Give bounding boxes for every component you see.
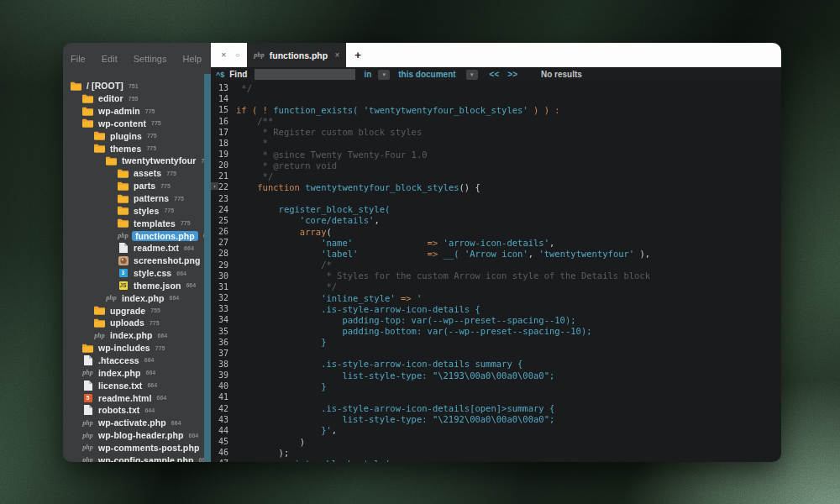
close-tab-icon[interactable]: × xyxy=(334,50,339,60)
tree-item-wp-content[interactable]: wp-content775 xyxy=(63,118,211,130)
editor-pane: × ○ php functions.php × + ^$ Find in ▼ t… xyxy=(211,43,781,462)
file-name: parts xyxy=(134,181,155,191)
line-content: if ( ! function_exists( 'twentytwentyfou… xyxy=(236,105,560,115)
folder-icon xyxy=(106,156,117,165)
file-name: wp-comments-post.php xyxy=(98,443,199,453)
menu-item-settings[interactable]: Settings xyxy=(134,54,167,70)
folder-icon xyxy=(71,81,81,91)
regex-toggle[interactable]: ^$ xyxy=(216,71,224,79)
tree-item-themes[interactable]: themes775 xyxy=(63,142,211,155)
code-line-27: 27 'name' => 'arrow-icon-details', xyxy=(211,237,781,248)
line-number: 26 xyxy=(211,227,236,236)
line-number: 32 xyxy=(211,293,236,302)
line-content: padding-bottom: var(--wp--preset--spacin… xyxy=(236,326,592,336)
tree-item-readme.txt[interactable]: readme.txt664 xyxy=(63,242,211,255)
code-editor[interactable]: 13 */1415if ( ! function_exists( 'twenty… xyxy=(211,81,781,462)
line-content: * Register custom block styles xyxy=(236,127,422,137)
code-lines: 13 */1415if ( ! function_exists( 'twenty… xyxy=(211,82,781,462)
code-line-46: 46 ); xyxy=(211,447,781,458)
tree-item-wp-comments-post.php[interactable]: phpwp-comments-post.php664 xyxy=(63,441,211,454)
file-permissions: 664 xyxy=(169,295,179,301)
tree-item-robots.txt[interactable]: robots.txt644 xyxy=(63,404,211,417)
line-content: */ xyxy=(236,171,273,181)
tree-item-plugins[interactable]: plugins775 xyxy=(63,129,211,142)
tree-item-twentytwentyfour[interactable]: twentytwentyfour775 xyxy=(63,155,211,167)
line-number: 47 xyxy=(211,459,236,462)
file-permissions: 775 xyxy=(174,196,184,202)
menu-item-file[interactable]: File xyxy=(71,54,86,70)
tab-functions-php[interactable]: php functions.php × xyxy=(247,43,346,67)
find-input[interactable] xyxy=(255,69,355,80)
tree-item-styles[interactable]: styles775 xyxy=(63,204,211,217)
file-permissions: 755 xyxy=(150,307,160,313)
tree-item-wp-includes[interactable]: wp-includes775 xyxy=(63,342,211,354)
code-line-36: 36 } xyxy=(211,337,781,348)
tree-item-screenshot.png[interactable]: screenshot.png664 xyxy=(63,255,211,267)
folder-icon xyxy=(94,131,105,140)
file-name: wp-activate.php xyxy=(98,417,166,428)
line-number: 18 xyxy=(211,139,236,148)
find-options-dropdown-icon[interactable]: ▼ xyxy=(466,70,478,80)
line-number: 35 xyxy=(211,327,236,336)
file-name: editor xyxy=(98,93,123,103)
code-line-44: 44 }', xyxy=(211,425,781,436)
tree-item-patterns[interactable]: patterns775 xyxy=(63,192,211,205)
file-name: theme.json xyxy=(134,281,181,291)
tree-item-functions.php[interactable]: phpfunctions.php664 xyxy=(63,229,211,242)
css-icon: 3 xyxy=(119,269,128,277)
folder-icon xyxy=(118,218,129,228)
find-scope-value[interactable]: this document xyxy=(398,70,455,79)
new-tab-button[interactable]: + xyxy=(354,49,361,61)
tree-item-.htaccess[interactable]: .htaccess664 xyxy=(63,354,211,367)
file-name: robots.txt xyxy=(98,405,139,415)
fold-marker-icon[interactable]: ▾ xyxy=(211,182,218,190)
tree-item-templates[interactable]: templates775 xyxy=(63,217,211,229)
file-permissions: 775 xyxy=(145,108,155,114)
php-icon: php xyxy=(82,419,92,427)
line-content: ); xyxy=(236,448,289,458)
sidebar-scrollbar[interactable] xyxy=(204,74,211,462)
code-line-39: 39 list-style-type: "\2193\00a0\00a0\00a… xyxy=(211,370,781,381)
menu-item-help[interactable]: Help xyxy=(182,54,202,70)
line-content: 'label' => __( 'Arrow icon', 'twentytwen… xyxy=(236,249,650,259)
file-name: / [ROOT] xyxy=(87,81,123,91)
menu-item-edit[interactable]: Edit xyxy=(102,54,118,70)
close-all-tabs-icon[interactable]: × xyxy=(221,50,226,60)
code-line-14: 14 xyxy=(211,93,781,104)
tree-item-wp-activate.php[interactable]: phpwp-activate.php664 xyxy=(63,417,211,429)
file-name: uploads xyxy=(110,318,144,328)
tree-item-uploads[interactable]: uploads775 xyxy=(63,317,211,329)
tree-item-wp-blog-header.php[interactable]: phpwp-blog-header.php664 xyxy=(63,429,211,442)
find-previous-button[interactable]: << xyxy=(490,70,500,79)
find-next-button[interactable]: >> xyxy=(507,70,517,79)
code-line-37: 37 xyxy=(211,348,781,359)
tree-item-style.css[interactable]: 3style.css664 xyxy=(63,267,211,280)
folder-icon xyxy=(118,194,129,203)
tree-item-readme.html[interactable]: 5readme.html664 xyxy=(63,391,211,404)
file-permissions: 664 xyxy=(144,357,155,363)
code-line-41: 41 xyxy=(211,391,781,402)
line-content: 'name' => 'arrow-icon-details', xyxy=(236,238,554,248)
code-line-15: 15if ( ! function_exists( 'twentytwentyf… xyxy=(211,104,781,115)
tree-item-index.php[interactable]: phpindex.php664 xyxy=(63,291,211,304)
tree-item--root-[interactable]: / [ROOT]751 xyxy=(63,80,211,92)
folder-icon xyxy=(118,181,129,191)
tree-item-license.txt[interactable]: license.txt664 xyxy=(63,379,211,391)
tree-item-editor[interactable]: editor755 xyxy=(63,92,211,105)
tree-item-parts[interactable]: parts775 xyxy=(63,180,211,192)
file-name: screenshot.png xyxy=(134,255,201,265)
find-scope-dropdown-icon[interactable]: ▼ xyxy=(378,70,390,80)
tree-item-index.php[interactable]: phpindex.php664 xyxy=(63,366,211,379)
tree-item-upgrade[interactable]: upgrade755 xyxy=(63,304,211,317)
tree-item-wp-admin[interactable]: wp-admin775 xyxy=(63,105,211,118)
tree-item-assets[interactable]: assets775 xyxy=(63,167,211,180)
circle-icon[interactable]: ○ xyxy=(235,52,239,59)
file-name: wp-config-sample.php xyxy=(98,455,193,462)
code-line-20: 20 * @return void xyxy=(211,160,781,171)
tree-item-wp-config-sample.php[interactable]: phpwp-config-sample.php664 xyxy=(63,454,211,462)
file-name: index.php xyxy=(110,330,152,340)
tree-item-index.php[interactable]: phpindex.php664 xyxy=(63,329,211,342)
file-permissions: 775 xyxy=(160,183,171,189)
tree-item-theme.json[interactable]: JStheme.json664 xyxy=(63,280,211,292)
line-number: 37 xyxy=(211,349,236,358)
